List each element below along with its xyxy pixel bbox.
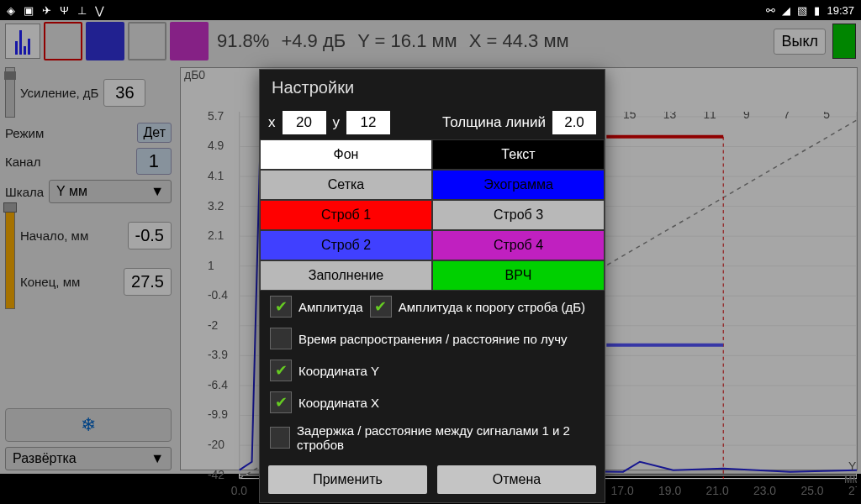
settings-dialog: Настройки x y Толщина линий ФонТекстСетк… bbox=[259, 69, 605, 503]
svg-text:27.0: 27.0 bbox=[848, 484, 857, 497]
checkbox[interactable]: ✔ bbox=[370, 296, 392, 318]
status-icon: ◈ bbox=[7, 4, 15, 17]
check-row: ✔Координата X bbox=[260, 386, 605, 418]
svg-text:25.0: 25.0 bbox=[801, 484, 824, 497]
x-input[interactable] bbox=[283, 111, 326, 134]
svg-text:21.0: 21.0 bbox=[706, 484, 729, 497]
check-label: Координата X bbox=[298, 396, 379, 410]
svg-text:17.0: 17.0 bbox=[611, 484, 634, 497]
color-Строб 1[interactable]: Строб 1 bbox=[260, 200, 432, 230]
svg-text:23.0: 23.0 bbox=[753, 484, 776, 497]
checkbox[interactable] bbox=[270, 427, 290, 449]
check-label: Амплитуда bbox=[298, 300, 363, 314]
image-icon: ▣ bbox=[24, 4, 34, 17]
apply-button[interactable]: Применить bbox=[268, 465, 427, 494]
check-row: ✔Амплитуда✔Амплитуда к порогу строба (дБ… bbox=[260, 291, 605, 323]
y-input[interactable] bbox=[346, 111, 390, 134]
x-label: x bbox=[268, 114, 276, 131]
cancel-button[interactable]: Отмена bbox=[437, 465, 596, 494]
usb-icon: Ψ bbox=[60, 4, 69, 17]
check-label: Задержка / расстояние между сигналами 1 … bbox=[297, 423, 594, 452]
color-Эхограмма[interactable]: Эхограмма bbox=[432, 170, 605, 200]
clock: 19:37 bbox=[827, 4, 854, 17]
check-row: ✔Координата Y bbox=[260, 354, 605, 386]
color-Сетка[interactable]: Сетка bbox=[260, 170, 432, 200]
rocket-icon: ✈ bbox=[42, 4, 51, 17]
color-Текст[interactable]: Текст bbox=[432, 139, 605, 170]
color-ВРЧ[interactable]: ВРЧ bbox=[432, 260, 605, 291]
check-row: Время распространения / расстояние по лу… bbox=[260, 323, 605, 354]
svg-text:19.0: 19.0 bbox=[658, 484, 681, 497]
check-label: Амплитуда к порогу строба (дБ) bbox=[399, 300, 585, 314]
color-Строб 4[interactable]: Строб 4 bbox=[432, 230, 605, 260]
checkbox[interactable] bbox=[270, 328, 292, 349]
color-grid: ФонТекстСеткаЭхограммаСтроб 1Строб 3Стро… bbox=[260, 139, 605, 291]
color-Фон[interactable]: Фон bbox=[260, 139, 432, 170]
dialog-title: Настройки bbox=[260, 70, 605, 106]
battery-icon: ▮ bbox=[814, 4, 820, 17]
y-label: y bbox=[333, 114, 341, 131]
wifi-icon: ◢ bbox=[782, 4, 790, 17]
check-label: Координата Y bbox=[298, 364, 379, 378]
thickness-input[interactable] bbox=[552, 111, 596, 134]
mic-icon: ⊥ bbox=[77, 4, 87, 17]
sync-icon: ⋁ bbox=[95, 4, 104, 17]
color-Строб 2[interactable]: Строб 2 bbox=[260, 230, 432, 260]
android-status-bar: ◈ ▣ ✈ Ψ ⊥ ⋁ ⚯ ◢ ▧ ▮ 19:37 bbox=[0, 0, 861, 20]
signal-icon: ▧ bbox=[797, 4, 807, 17]
bluetooth-icon: ⚯ bbox=[766, 4, 775, 17]
checkbox[interactable]: ✔ bbox=[270, 391, 292, 413]
svg-text:0.0: 0.0 bbox=[231, 484, 248, 497]
check-row: Задержка / расстояние между сигналами 1 … bbox=[260, 418, 605, 457]
checkbox[interactable]: ✔ bbox=[270, 360, 292, 381]
checkbox[interactable]: ✔ bbox=[270, 296, 292, 318]
check-label: Время распространения / расстояние по лу… bbox=[298, 332, 567, 346]
thickness-label: Толщина линий bbox=[442, 114, 546, 131]
color-Заполнение[interactable]: Заполнение bbox=[260, 260, 432, 291]
color-Строб 3[interactable]: Строб 3 bbox=[432, 200, 605, 230]
